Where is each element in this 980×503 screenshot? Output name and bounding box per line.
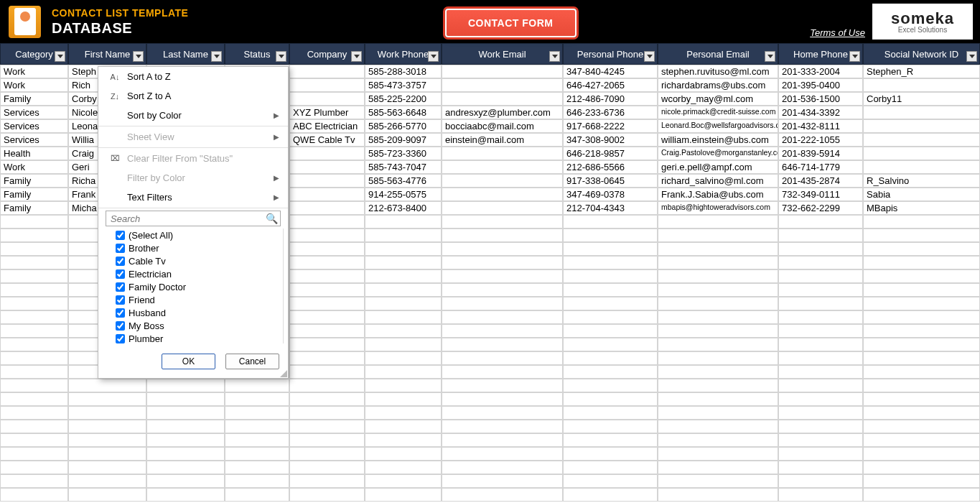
cell[interactable] [778, 229, 863, 242]
cell[interactable]: 585-563-4776 [365, 174, 442, 188]
cell[interactable] [365, 269, 442, 283]
filter-option[interactable]: Family Doctor [116, 280, 280, 293]
cell[interactable] [658, 392, 778, 406]
filter-dropdown-icon[interactable] [765, 51, 775, 62]
cell[interactable] [289, 365, 365, 379]
cell[interactable] [0, 365, 68, 379]
cell[interactable] [146, 392, 225, 406]
cell[interactable] [658, 447, 778, 461]
cell[interactable] [563, 351, 658, 365]
cell[interactable] [68, 379, 146, 392]
cell[interactable] [778, 215, 863, 229]
cell[interactable] [68, 392, 146, 406]
cell[interactable] [365, 324, 442, 338]
cell[interactable] [442, 256, 563, 269]
cell[interactable] [563, 215, 658, 229]
table-row[interactable] [0, 461, 980, 474]
cell[interactable]: einstein@mail.com [442, 133, 563, 147]
cell[interactable] [442, 297, 563, 310]
cell[interactable] [442, 433, 563, 447]
cell[interactable]: 585-288-3018 [365, 65, 442, 78]
cell[interactable] [658, 488, 778, 502]
cell[interactable] [778, 242, 863, 256]
cell[interactable] [289, 310, 365, 324]
cell[interactable] [442, 283, 563, 297]
search-input[interactable] [106, 211, 281, 226]
cell[interactable] [0, 420, 68, 433]
cell[interactable] [863, 160, 980, 174]
filter-checkbox[interactable] [116, 334, 125, 343]
cell[interactable] [563, 297, 658, 310]
cell[interactable] [146, 488, 225, 502]
cell[interactable] [0, 488, 68, 502]
cell[interactable] [365, 338, 442, 351]
cell[interactable] [658, 420, 778, 433]
column-header[interactable]: Home Phone [778, 43, 863, 65]
table-row[interactable] [0, 488, 980, 502]
cell[interactable]: 201-435-2874 [778, 174, 863, 188]
column-header[interactable]: Personal Email [658, 43, 778, 65]
cell[interactable]: Craig.Pastolove@morganstanley.com [658, 147, 778, 160]
cell[interactable]: Family [0, 174, 68, 188]
cell[interactable]: 201-395-0400 [778, 78, 863, 92]
cell[interactable] [365, 474, 442, 488]
cell[interactable] [365, 433, 442, 447]
filter-checkbox[interactable] [116, 244, 125, 253]
cell[interactable] [442, 447, 563, 461]
cell[interactable] [778, 392, 863, 406]
cell[interactable] [778, 461, 863, 474]
cell[interactable]: 201-434-3392 [778, 106, 863, 119]
contact-form-button[interactable]: CONTACT FORM [445, 9, 577, 37]
filter-option[interactable]: Plumber [116, 332, 280, 343]
cell[interactable]: wcorby_may@ml.com [658, 92, 778, 106]
cell[interactable] [863, 242, 980, 256]
cell[interactable]: 732-349-0111 [778, 188, 863, 201]
cell[interactable] [442, 229, 563, 242]
cell[interactable] [563, 447, 658, 461]
cell[interactable] [0, 461, 68, 474]
cell[interactable] [563, 256, 658, 269]
cell[interactable] [0, 406, 68, 420]
sort-by-color[interactable]: Sort by Color▶ [98, 106, 288, 125]
cell[interactable] [863, 215, 980, 229]
cell[interactable] [68, 447, 146, 461]
cell[interactable] [863, 406, 980, 420]
cell[interactable] [68, 420, 146, 433]
cell[interactable] [442, 474, 563, 488]
filter-dropdown-icon[interactable] [549, 51, 560, 62]
cell[interactable] [289, 283, 365, 297]
cell[interactable]: Frank.J.Sabia@ubs.com [658, 188, 778, 201]
cell[interactable]: geri.e.pell@ampf.com [658, 160, 778, 174]
cell[interactable] [563, 488, 658, 502]
table-row[interactable] [0, 379, 980, 392]
sort-az[interactable]: A↓Sort A to Z [98, 67, 288, 86]
cell[interactable] [0, 474, 68, 488]
cell[interactable] [658, 310, 778, 324]
cell[interactable] [778, 474, 863, 488]
cell[interactable]: ABC Electrician [289, 119, 365, 133]
column-header[interactable]: Category [0, 43, 68, 65]
cell[interactable]: 585-473-3757 [365, 78, 442, 92]
filter-option[interactable]: Brother [116, 241, 280, 254]
cell[interactable] [863, 283, 980, 297]
cell[interactable]: 212-686-5566 [563, 160, 658, 174]
cell[interactable] [365, 447, 442, 461]
cell[interactable]: 347-308-9002 [563, 133, 658, 147]
filter-dropdown-icon[interactable] [644, 51, 655, 62]
cell[interactable]: Leonard.Boc@wellsfargoadvisors.com [658, 119, 778, 133]
cell[interactable]: Services [0, 119, 68, 133]
cell[interactable] [146, 461, 225, 474]
cell[interactable] [863, 119, 980, 133]
filter-checkbox[interactable] [116, 308, 125, 318]
cell[interactable] [442, 379, 563, 392]
cell[interactable] [365, 392, 442, 406]
cell[interactable] [365, 242, 442, 256]
filter-checkbox[interactable] [116, 269, 125, 279]
cell[interactable] [863, 297, 980, 310]
filter-option[interactable]: My Boss [116, 319, 280, 332]
cell[interactable] [442, 78, 563, 92]
cell[interactable] [778, 488, 863, 502]
cell[interactable] [365, 310, 442, 324]
cell[interactable] [365, 283, 442, 297]
cell[interactable] [442, 215, 563, 229]
